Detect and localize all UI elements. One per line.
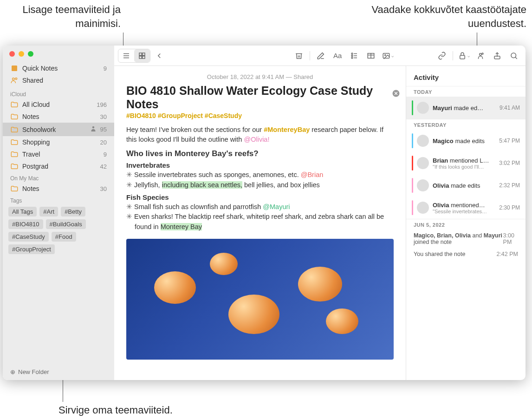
lock-button[interactable]: ⌵ — [456, 49, 472, 62]
note-subheading: Invertebrates — [126, 161, 394, 169]
note-image — [126, 239, 394, 360]
activity-text: Magico made edits — [433, 138, 495, 144]
sidebar-item-label: Notes — [22, 185, 100, 192]
sidebar-item-notes[interactable]: Notes30 — [3, 183, 114, 195]
svg-rect-22 — [460, 55, 465, 59]
avatar — [417, 157, 429, 169]
activity-panel: Activity TODAYMayuri made ed…9:41 AMYEST… — [406, 66, 526, 380]
sidebar-item-all-icloud[interactable]: All iCloud196 — [3, 98, 114, 111]
avatar — [417, 179, 429, 191]
highlight: including black sea nettles, — [162, 181, 242, 189]
sidebar-item-quick-notes[interactable]: Quick Notes9 — [3, 62, 114, 74]
mention[interactable]: @Mayuri — [263, 203, 290, 210]
svg-point-26 — [511, 53, 516, 58]
new-folder-label: New Folder — [18, 368, 49, 375]
activity-history-item: Magico, Brian, Olivia and Mayuri joined … — [406, 230, 526, 248]
activity-color-bar — [412, 200, 413, 215]
sidebar-item-label: Postgrad — [22, 163, 100, 170]
svg-rect-10 — [143, 56, 145, 58]
checklist-button[interactable] — [346, 49, 362, 62]
sidebar-item-label: Quick Notes — [22, 65, 104, 72]
activity-item[interactable]: Olivia made edits2:32 PM — [406, 174, 526, 197]
folder-icon — [10, 184, 19, 193]
activity-item[interactable]: Magico made edits5:47 PM — [406, 130, 526, 152]
sidebar-item-travel[interactable]: Travel9 — [3, 148, 114, 160]
tag-all tags[interactable]: All Tags — [8, 207, 37, 217]
svg-point-15 — [351, 57, 353, 59]
note-subheading: Fish Species — [126, 193, 394, 201]
collaborate-button[interactable] — [473, 49, 488, 62]
tag-groupproject[interactable]: #GroupProject — [8, 244, 55, 254]
sidebar-item-shopping[interactable]: Shopping20 — [3, 136, 114, 148]
new-folder-button[interactable]: ⊕ New Folder — [3, 364, 114, 380]
shared-icon — [89, 125, 97, 134]
svg-point-24 — [482, 53, 483, 54]
activity-title: Activity — [406, 66, 526, 86]
svg-point-1 — [13, 78, 15, 80]
sidebar-item-count: 30 — [100, 113, 107, 120]
tag-food[interactable]: #Food — [52, 232, 76, 242]
sidebar-section-header: On My Mac — [3, 172, 114, 183]
list-view-button[interactable] — [118, 49, 134, 62]
media-button[interactable]: ⌵ — [380, 49, 396, 62]
svg-point-21 — [384, 54, 385, 55]
trash-button[interactable] — [291, 49, 307, 62]
tags-section-header: Tags — [3, 195, 114, 205]
link-button[interactable] — [434, 49, 450, 62]
tag-betty[interactable]: #Betty — [61, 207, 85, 217]
sidebar-item-schoolwork[interactable]: Schoolwork95 — [3, 123, 114, 136]
compose-button[interactable] — [313, 49, 329, 62]
fullscreen-window-button[interactable] — [28, 51, 33, 57]
back-button[interactable] — [151, 49, 167, 62]
activity-color-bar — [412, 178, 413, 193]
activity-item[interactable]: Mayuri made ed…9:41 AM — [406, 97, 526, 119]
sidebar-item-label: Notes — [22, 113, 100, 120]
tag-art[interactable]: #Art — [39, 207, 58, 217]
sidebar-item-label: Travel — [22, 151, 104, 158]
tag-bio4810[interactable]: #BIO4810 — [8, 219, 43, 229]
sidebar-item-count: 42 — [100, 163, 107, 170]
svg-point-13 — [351, 55, 353, 56]
shared-icon — [10, 76, 19, 85]
note-list: Small fish such as clownfish and parrotf… — [126, 202, 394, 232]
svg-rect-8 — [143, 53, 145, 55]
activity-item[interactable]: Olivia mentioned…"Sessile invertebrates…… — [406, 197, 526, 219]
sidebar-item-notes[interactable]: Notes30 — [3, 111, 114, 123]
sidebar-item-count: 20 — [100, 139, 107, 146]
sidebar-item-count: 30 — [100, 185, 107, 192]
table-button[interactable] — [363, 49, 379, 62]
activity-time: 3:02 PM — [499, 160, 520, 166]
note-list: Sessile invertebrates such as sponges, a… — [126, 170, 394, 190]
svg-rect-9 — [139, 56, 142, 58]
note-editor[interactable]: October 18, 2022 at 9:41 AM — Shared BIO… — [114, 66, 406, 380]
sidebar-item-count: 9 — [104, 65, 107, 72]
callout-top-left: Lisage teemaviiteid ja mainimisi. — [0, 3, 121, 30]
close-window-button[interactable] — [9, 51, 15, 57]
share-button[interactable] — [489, 49, 505, 62]
activity-date-header: JUN 5, 2022 — [406, 219, 526, 230]
tag-casestudy[interactable]: #CaseStudy — [8, 232, 49, 242]
toolbar: Aa ⌵ ⌵ — [114, 46, 526, 66]
activity-history-item: You shared the note 2:42 PM — [406, 248, 526, 260]
sidebar-section-header: iCloud — [3, 88, 114, 98]
note-heading: Who lives in Monterey Bay's reefs? — [126, 149, 394, 158]
activity-time: 2:30 PM — [499, 204, 520, 211]
note-title: BIO 4810 Shallow Water Ecology Case Stud… — [126, 84, 394, 111]
note-tags-line: #BIO4810 #GroupProject #CaseStudy — [126, 112, 394, 119]
sidebar-item-count: 95 — [100, 126, 107, 133]
activity-text: Olivia mentioned…"Sessile invertebrates… — [433, 202, 495, 214]
sidebar-item-postgrad[interactable]: Postgrad42 — [3, 160, 114, 172]
mention[interactable]: @Brian — [301, 171, 324, 178]
minimize-window-button[interactable] — [19, 51, 24, 57]
activity-item[interactable]: Brian mentioned L…"If this looks good I'… — [406, 152, 526, 174]
sidebar-item-shared[interactable]: Shared — [3, 74, 114, 86]
hashtag[interactable]: #MontereyBay — [264, 126, 310, 133]
close-activity-icon[interactable] — [392, 89, 401, 98]
window-controls — [3, 46, 114, 60]
mention[interactable]: @Olivia! — [244, 136, 269, 143]
format-button[interactable]: Aa — [330, 49, 345, 62]
search-button[interactable] — [506, 49, 522, 62]
tag-buildgoals[interactable]: #BuildGoals — [46, 219, 86, 229]
gallery-view-button[interactable] — [134, 49, 150, 62]
svg-point-23 — [480, 53, 482, 55]
